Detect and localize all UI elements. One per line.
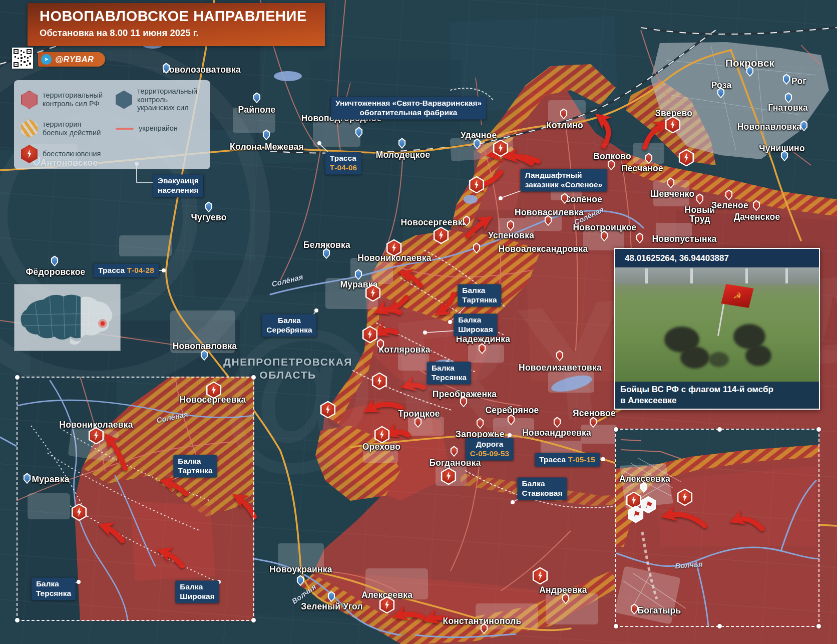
town-pin-ru [667, 177, 675, 188]
town-label: Новотроицкое [573, 223, 637, 232]
combat-icon [434, 227, 449, 244]
town-pin-ua [200, 350, 209, 361]
town-label: Даченское [734, 212, 780, 221]
town-label: Чугуево [191, 213, 226, 222]
info-box: БалкаШирокая [175, 580, 219, 603]
legend-item-label: территория боевых действий [43, 120, 101, 137]
town-pin-ua [398, 138, 406, 149]
town-pin-ua [296, 575, 305, 586]
town-label: Андреевка [539, 585, 587, 594]
combat-icon [469, 176, 485, 194]
town-label: Новоалександровка [499, 244, 588, 253]
town-label: Новопустынка [652, 234, 716, 243]
town-label: Нововасилевка [515, 208, 584, 217]
town-label: Новый Труд [685, 205, 715, 224]
legend-item: территория боевых действий [21, 119, 114, 138]
legend: территориальный контроль сил РФтерритори… [14, 80, 210, 169]
town-pin-ua [262, 129, 271, 140]
town-pin-ru [752, 200, 761, 211]
town-label: Волково [593, 152, 631, 161]
town-label: Новолозоватовка [163, 65, 241, 74]
town-pin-ua [51, 255, 59, 266]
legend-item-label: укрепрайон [139, 124, 178, 133]
town-label: Муравка [32, 475, 69, 484]
town-label: Константинополь [443, 616, 522, 625]
info-box: БалкаТерсянка [427, 362, 471, 384]
town-pin-ua [205, 201, 213, 212]
legend-hex-hatch-icon [21, 119, 38, 138]
legend-hex-combat-icon [21, 145, 38, 163]
town-label: Фёдоровское [26, 267, 85, 276]
town-label: Новопавловка [173, 342, 237, 351]
map-title: НОВОПАВЛОВСКОЕ НАПРАВЛЕНИЕ [40, 8, 325, 25]
town-pin-ru [478, 343, 487, 354]
info-box: БалкаТерсянка [32, 577, 76, 600]
town-pin-ru [507, 220, 515, 231]
town-label: Зверево [655, 109, 692, 118]
town-pin-ru [725, 189, 733, 200]
combat-icon [320, 401, 336, 419]
town-label: Алексеевка [619, 474, 670, 483]
town-label: Чунишино [759, 144, 805, 153]
legend-item: территориальный контроль украинских сил [116, 87, 203, 112]
town-label: Серебряное [485, 406, 539, 415]
town-label: Котляровка [378, 345, 430, 354]
town-pin-ru [473, 242, 481, 253]
info-box: Трасса Т-05-15 [535, 453, 600, 467]
town-pin-ru [556, 350, 564, 361]
town-pin-ru [589, 417, 598, 428]
info-box: Трасса Т-04-28 [94, 264, 159, 277]
town-label: Новоандреевка [522, 428, 591, 437]
combat-icon [372, 373, 387, 390]
legend-item: боестолкновения [21, 145, 114, 163]
info-box: Уничтоженная «Свято-Варваринская»обогати… [331, 97, 486, 119]
info-box: Ландшафтныйзаказник «Соленое» [521, 169, 607, 191]
legend-item: укрепрайон [116, 119, 203, 138]
rybar-banner: ➤ @RYBAR [38, 52, 105, 67]
town-label: Шевченко [650, 189, 695, 198]
combat-icon [72, 504, 87, 521]
region-label: ДНЕПРОПЕТРОВСКАЯ ОБЛАСТЬ [223, 356, 352, 382]
town-label: Новоукраинка [269, 565, 332, 574]
legend-hex-red-icon [21, 91, 38, 109]
town-label: Удачное [461, 131, 497, 140]
ukraine-minimap [15, 284, 120, 351]
town-label: Богатырь [638, 606, 681, 615]
combat-icon [626, 492, 642, 509]
combat-icon [493, 140, 509, 157]
town-label: Орехово [362, 442, 400, 451]
town-label: Новоелизаветовка [519, 363, 602, 372]
river-label: Волчья [675, 560, 703, 570]
town-label: Зеленое [711, 201, 748, 210]
legend-line-red-icon [116, 128, 134, 130]
town-label: Райполе [238, 105, 276, 114]
legend-item: территориальный контроль сил РФ [21, 87, 114, 112]
town-label: Солёное [564, 195, 602, 204]
channel-name: @RYBAR [55, 55, 94, 64]
legend-hex-blue-icon [116, 91, 132, 109]
info-box: БалкаСтавковая [518, 477, 567, 500]
combat-icon [677, 489, 693, 506]
info-box: БалкаШирокая [454, 313, 497, 336]
town-pin-ru [476, 418, 485, 429]
town-pin-ru [696, 193, 704, 204]
town-label: Котлино [546, 121, 583, 130]
town-pin-ru [560, 108, 568, 119]
info-box: ТрассаТ-04-06 [325, 152, 361, 174]
town-pin-ru [450, 446, 459, 457]
town-pin-ua [782, 74, 791, 85]
town-pin-ua [327, 591, 336, 602]
combat-icon [441, 468, 457, 485]
town-label: Зеленый Угол [301, 602, 363, 611]
combat-icon [679, 149, 694, 167]
map-subtitle: Обстановка на 8.00 11 июня 2025 г. [40, 28, 325, 39]
town-pin-ua [355, 127, 363, 138]
legend-item-label: территориальный контроль сил РФ [43, 91, 103, 108]
legend-item-label: территориальный контроль украинских сил [137, 87, 203, 112]
river-label: Солёная [271, 272, 304, 288]
qr-code [12, 48, 33, 69]
town-label: Ясеновое [573, 409, 616, 418]
town-label: Гнатовка [768, 103, 808, 112]
town-pin-ru [507, 414, 516, 425]
telegram-icon: ➤ [41, 54, 52, 65]
